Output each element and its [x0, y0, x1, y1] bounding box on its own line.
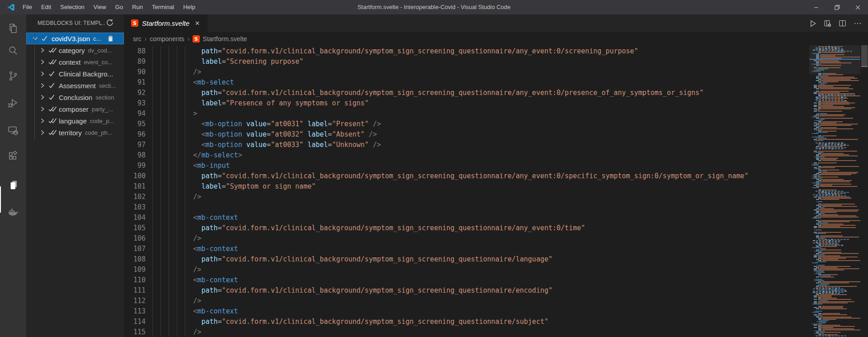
- vscode-window: FileEditSelectionViewGoRunTerminalHelp S…: [0, 0, 868, 337]
- menu-run[interactable]: Run: [127, 0, 147, 14]
- code-line-92[interactable]: 92 path="covid.form.v1/clinical_backgrou…: [124, 88, 809, 98]
- code-line-91[interactable]: 91 <mb-select: [124, 77, 809, 88]
- code-line-99[interactable]: 99 <mb-input: [124, 161, 809, 171]
- preview-icon[interactable]: [823, 19, 832, 28]
- activity-remote-explorer[interactable]: [0, 119, 26, 141]
- chevron-right-icon[interactable]: [39, 117, 46, 124]
- menu-selection[interactable]: Selection: [56, 0, 89, 14]
- split-icon[interactable]: [838, 19, 847, 28]
- breadcrumb-file[interactable]: Startform.svelte: [203, 35, 247, 43]
- code-line-100[interactable]: 100 path="covid.form.v1/clinical_backgro…: [124, 171, 809, 181]
- code-line-114[interactable]: 114 path="covid.form.v1/clinical_backgro…: [124, 317, 809, 327]
- tree-item-composer[interactable]: composerparty_...: [26, 103, 124, 115]
- check-single-icon: [48, 82, 57, 89]
- line-number: 100: [124, 171, 150, 181]
- code-line-93[interactable]: 93 label="Presence of any symptoms or si…: [124, 98, 809, 109]
- code-line-96[interactable]: 96 <mb-option value="at0032" label="Abse…: [124, 129, 809, 140]
- code-line-98[interactable]: 98 </mb-select>: [124, 150, 809, 161]
- code-text: <mb-context: [150, 213, 238, 223]
- code-line-111[interactable]: 111 path="covid.form.v1/clinical_backgro…: [124, 285, 809, 296]
- more-icon[interactable]: [853, 19, 862, 28]
- activity-run-and-debug[interactable]: [0, 92, 26, 114]
- vscode-logo-icon[interactable]: [6, 3, 15, 11]
- chevron-right-icon[interactable]: [39, 58, 46, 66]
- code-text: />: [150, 233, 201, 244]
- clipboard-icon[interactable]: [107, 35, 114, 42]
- code-line-108[interactable]: 108 path="covid.form.v1/clinical_backgro…: [124, 254, 809, 265]
- chevron-right-icon[interactable]: [39, 47, 46, 54]
- code-line-109[interactable]: 109 />: [124, 265, 809, 275]
- chevron-right-icon[interactable]: [39, 82, 46, 89]
- line-number: 112: [124, 296, 150, 306]
- activity-docker[interactable]: [0, 200, 26, 222]
- tree-item-description: dv_cod...: [88, 47, 112, 54]
- check-single-icon: [48, 70, 57, 77]
- code-line-105[interactable]: 105 path="covid.form.v1/clinical_backgro…: [124, 223, 809, 233]
- menu-terminal[interactable]: Terminal: [147, 0, 179, 14]
- code-line-115[interactable]: 115 />: [124, 327, 809, 337]
- tree-item-conclusion[interactable]: Conclusionsection: [26, 91, 124, 103]
- activity-medblocks-ui[interactable]: [0, 174, 26, 196]
- minimap[interactable]: [809, 45, 860, 337]
- tree-item-context[interactable]: contextevent_co...: [26, 56, 124, 68]
- code-line-88[interactable]: 88 path="covid.form.v1/clinical_backgrou…: [124, 46, 809, 57]
- menu-file[interactable]: File: [18, 0, 37, 14]
- chevron-right-icon[interactable]: [39, 105, 46, 113]
- chevron-right-icon[interactable]: [39, 94, 46, 101]
- code-line-113[interactable]: 113 <mb-context: [124, 306, 809, 317]
- menu-view[interactable]: View: [89, 0, 111, 14]
- tree-item-language[interactable]: languagecode_p...: [26, 115, 124, 127]
- code-editor[interactable]: 88 path="covid.form.v1/clinical_backgrou…: [124, 46, 809, 337]
- tree-item-category[interactable]: categorydv_cod...: [26, 44, 124, 56]
- code-line-107[interactable]: 107 <mb-context: [124, 244, 809, 254]
- vertical-scrollbar[interactable]: [861, 45, 868, 337]
- chevron-right-icon[interactable]: [39, 129, 46, 136]
- code-line-112[interactable]: 112 />: [124, 296, 809, 306]
- code-line-89[interactable]: 89 label="Screening purpose": [124, 57, 809, 67]
- menu-go[interactable]: Go: [111, 0, 127, 14]
- activity-search[interactable]: [0, 40, 26, 62]
- refresh-icon[interactable]: [106, 19, 114, 27]
- tree-item-label: language: [59, 117, 87, 125]
- code-text: path="covid.form.v1/clinical_background/…: [150, 46, 638, 57]
- close-button[interactable]: [847, 0, 868, 14]
- code-line-103[interactable]: 103: [124, 202, 809, 213]
- tree-item-description: code_ph...: [85, 129, 113, 136]
- tab-close-icon[interactable]: ✕: [195, 20, 200, 27]
- activity-explorer[interactable]: [0, 18, 26, 39]
- code-line-101[interactable]: 101 label="Symptom or sign name": [124, 181, 809, 192]
- tree-item-territory[interactable]: territorycode_ph...: [26, 127, 124, 138]
- breadcrumb-components[interactable]: components: [150, 35, 184, 43]
- menu-help[interactable]: Help: [179, 0, 200, 14]
- breadcrumb-src[interactable]: src: [133, 35, 142, 43]
- code-line-97[interactable]: 97 <mb-option value="at0033" label="Unkn…: [124, 140, 809, 150]
- line-number: 108: [124, 254, 150, 265]
- menu-edit[interactable]: Edit: [37, 0, 56, 14]
- chevron-right-icon[interactable]: [39, 70, 46, 77]
- activity-extensions[interactable]: [0, 145, 26, 167]
- tree-item-assessment[interactable]: Assessmentsecti...: [26, 80, 124, 91]
- extensions-icon: [7, 150, 19, 162]
- code-text: />: [150, 192, 201, 202]
- chevron-down-icon[interactable]: [32, 35, 39, 42]
- tab-startform-svelte[interactable]: S Startform.svelte ✕: [124, 14, 208, 32]
- code-line-94[interactable]: 94 >: [124, 109, 809, 119]
- scrollbar-thumb[interactable]: [861, 45, 868, 67]
- line-number: 97: [124, 140, 150, 150]
- run-icon[interactable]: [808, 19, 817, 28]
- code-line-106[interactable]: 106 />: [124, 233, 809, 244]
- code-line-104[interactable]: 104 <mb-context: [124, 213, 809, 223]
- code-line-110[interactable]: 110 <mb-context: [124, 275, 809, 285]
- tree-item-selected-covidv3-json[interactable]: covidV3.jsonc...: [26, 33, 124, 44]
- code-line-90[interactable]: 90 />: [124, 67, 809, 77]
- files-icon: [7, 23, 19, 34]
- tree-item-clinical-backgro-[interactable]: Clinical Backgro...: [26, 68, 124, 80]
- minimize-button[interactable]: [806, 0, 826, 14]
- code-line-102[interactable]: 102 />: [124, 192, 809, 202]
- line-number: 104: [124, 213, 150, 223]
- activity-source-control[interactable]: [0, 65, 26, 87]
- code-text: label="Presence of any symptoms or signs…: [150, 98, 369, 109]
- minimap-slider[interactable]: [809, 45, 860, 74]
- code-line-95[interactable]: 95 <mb-option value="at0031" label="Pres…: [124, 119, 809, 129]
- restore-button[interactable]: [826, 0, 847, 14]
